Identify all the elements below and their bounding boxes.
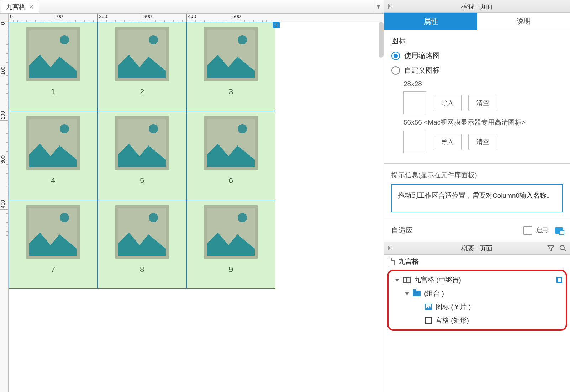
radio-use-thumbnail[interactable]: 使用缩略图	[391, 51, 563, 60]
outline-tree[interactable]: 九宫格 九宫格 (中继器) (组合 ) 图标 (图片 ) 宫格 (矩形)	[384, 255, 570, 392]
widget-index-badge: 1	[273, 22, 280, 28]
adaptive-label: 自适应	[391, 226, 413, 235]
radio-icon	[391, 66, 400, 75]
ruler-tick: 400	[0, 200, 8, 210]
image-placeholder-icon	[26, 205, 80, 259]
ruler-tick: 0	[9, 14, 13, 22]
cell-label: 9	[229, 265, 233, 274]
close-icon[interactable]: ✕	[29, 4, 33, 10]
ruler-corner	[0, 14, 9, 22]
hint-textarea[interactable]: 拖动到工作区合适位置，需要对Column0输入名称。	[391, 184, 563, 212]
grid-cell[interactable]: 8	[97, 200, 186, 289]
grid-cell[interactable]: 6	[186, 111, 275, 200]
radio-custom-icon[interactable]: 自定义图标	[391, 65, 563, 75]
rectangle-icon	[425, 317, 432, 324]
radio-icon	[391, 52, 400, 60]
disclosure-icon[interactable]	[395, 279, 399, 282]
nine-grid-repeater[interactable]: 123456789	[9, 22, 275, 289]
outline-group-row[interactable]: (组合 )	[391, 287, 562, 300]
image-placeholder-icon	[115, 27, 169, 81]
ruler-tick: 400	[186, 14, 196, 22]
workspace: 0100200300400500 0100200300400 1 1234567…	[0, 14, 384, 392]
icon-spec-small: 28x28 导入 清空	[403, 80, 563, 114]
inspector-panel-header: ⇱ 检视 : 页面	[384, 0, 570, 13]
cell-label: 4	[51, 176, 55, 185]
search-icon[interactable]	[559, 245, 566, 252]
disclosure-icon[interactable]	[405, 292, 409, 295]
vertical-scrollbar[interactable]	[379, 22, 384, 58]
filter-icon[interactable]	[547, 245, 554, 252]
ruler-tick: 100	[53, 14, 63, 22]
cell-label: 2	[140, 87, 144, 96]
cell-label: 3	[229, 87, 233, 96]
collapse-icon[interactable]: ⇱	[388, 2, 393, 10]
enable-checkbox[interactable]	[523, 226, 532, 235]
tab-notes[interactable]: 说明	[477, 13, 570, 30]
outline-image-label: 图标 (图片 )	[436, 302, 471, 312]
collapse-icon[interactable]: ⇱	[388, 244, 393, 252]
import-small-button[interactable]: 导入	[433, 95, 462, 111]
repeater-icon	[403, 277, 411, 283]
clear-small-button[interactable]: 清空	[468, 95, 497, 111]
canvas[interactable]: 1 123456789	[9, 22, 384, 392]
outline-group-label: (组合 )	[424, 289, 444, 298]
cell-label: 6	[229, 176, 233, 185]
icon-spec-large: 56x56 <Mac视网膜显示器专用高清图标> 导入 清空	[403, 118, 563, 153]
ruler-tick: 200	[97, 14, 107, 22]
image-placeholder-icon	[115, 205, 169, 259]
cell-label: 1	[51, 87, 55, 96]
svg-line-1	[564, 249, 566, 251]
radio-use-thumbnail-label: 使用缩略图	[404, 51, 440, 60]
preset-icon[interactable]	[555, 227, 563, 234]
horizontal-ruler[interactable]: 0100200300400500	[9, 14, 384, 22]
selection-indicator-icon	[556, 277, 562, 283]
ruler-tick: 300	[142, 14, 152, 22]
enable-label: 启用	[536, 226, 548, 234]
outline-rect-label: 宫格 (矩形)	[436, 316, 469, 325]
folder-icon	[413, 291, 421, 296]
tab-dropdown[interactable]: ▼	[373, 0, 384, 13]
cell-label: 7	[51, 265, 55, 274]
vertical-ruler[interactable]: 0100200300400	[0, 22, 9, 392]
cell-label: 8	[140, 265, 144, 274]
inspector-tabs: 属性 说明	[384, 13, 570, 30]
thumbnail-preview-large	[403, 131, 426, 153]
outline-page-label: 九宫格	[399, 257, 419, 266]
clear-large-button[interactable]: 清空	[468, 134, 497, 150]
ruler-tick: 100	[0, 67, 8, 76]
document-tab-bar: 九宫格 ✕ ▼	[0, 0, 384, 14]
tab-properties[interactable]: 属性	[384, 13, 477, 30]
grid-cell[interactable]: 3	[186, 22, 275, 111]
thumbnail-preview-small	[403, 91, 426, 114]
hint-section: 提示信息(显示在元件库面板) 拖动到工作区合适位置，需要对Column0输入名称…	[384, 164, 570, 219]
outline-panel-header: ⇱ 概要 : 页面	[384, 242, 570, 255]
ruler-tick: 500	[231, 14, 241, 22]
image-placeholder-icon	[26, 116, 80, 170]
import-large-button[interactable]: 导入	[433, 134, 462, 150]
grid-cell[interactable]: 5	[97, 111, 186, 200]
image-icon	[425, 304, 432, 310]
inspector-body: 图标 使用缩略图 自定义图标 28x28 导入 清空 56x56 <Mac视网膜…	[384, 30, 570, 164]
grid-cell[interactable]: 7	[9, 200, 97, 289]
outline-rect-row[interactable]: 宫格 (矩形)	[391, 314, 562, 327]
grid-cell[interactable]: 1	[9, 22, 97, 111]
document-tab[interactable]: 九宫格 ✕	[1, 0, 39, 13]
ruler-tick: 300	[0, 155, 8, 165]
icon-spec-small-label: 28x28	[403, 80, 563, 88]
outline-repeater-row[interactable]: 九宫格 (中继器)	[391, 273, 562, 287]
image-placeholder-icon	[26, 27, 80, 81]
grid-cell[interactable]: 2	[97, 22, 186, 111]
grid-cell[interactable]: 9	[186, 200, 275, 289]
ruler-tick: 200	[0, 111, 8, 121]
page-icon	[389, 258, 395, 265]
image-placeholder-icon	[204, 116, 258, 170]
icon-section-label: 图标	[391, 36, 563, 46]
outline-page-row[interactable]: 九宫格	[384, 255, 570, 268]
hint-section-label: 提示信息(显示在元件库面板)	[391, 170, 563, 180]
inspector-panel-title: 检视 : 页面	[384, 2, 570, 11]
grid-cell[interactable]: 4	[9, 111, 97, 200]
icon-spec-large-label: 56x56 <Mac视网膜显示器专用高清图标>	[403, 118, 563, 127]
outline-image-row[interactable]: 图标 (图片 )	[391, 300, 562, 314]
outline-highlight: 九宫格 (中继器) (组合 ) 图标 (图片 ) 宫格 (矩形)	[387, 270, 567, 331]
radio-custom-icon-label: 自定义图标	[404, 65, 440, 75]
